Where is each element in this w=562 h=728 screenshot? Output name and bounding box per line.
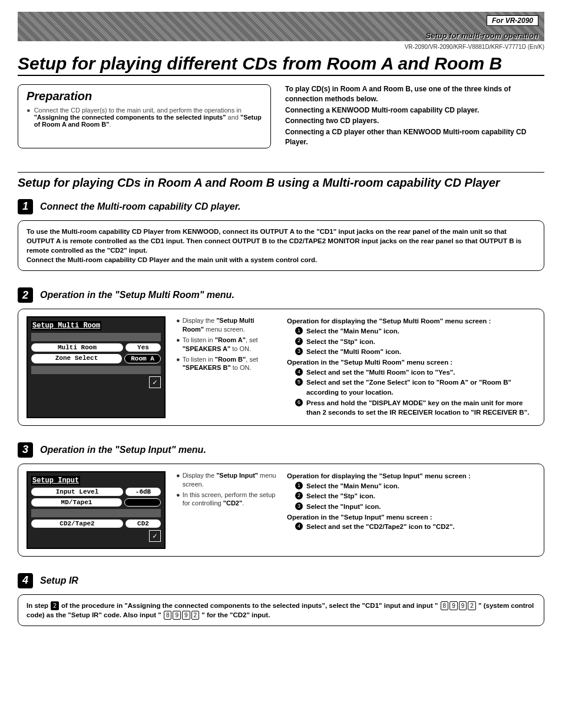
step3-block: Setup Input Input Level -6dB MD/Tape1 CD… — [18, 464, 544, 557]
step1-info-box: To use the Multi-room capability CD Play… — [18, 220, 544, 271]
step2-operations: Operation for displaying the "Setup Mult… — [287, 316, 535, 418]
bullet-icon: ● — [27, 107, 31, 128]
step-number-3: 3 — [18, 442, 33, 458]
keycap-icon: 8 — [441, 601, 449, 610]
osd-zone-select-value: Room A — [124, 354, 161, 363]
step-title-4: Setup IR — [40, 575, 78, 586]
intro-text: To play CD(s) in Room A and Room B, use … — [285, 84, 544, 148]
keycap-icon: 9 — [182, 611, 190, 620]
step3-mid-notes: ●Display the "Setup Input" menu screen. … — [176, 471, 276, 549]
step-title-1: Connect the Multi-room capability CD pla… — [40, 201, 241, 212]
model-badge: For VR-2090 — [487, 15, 538, 26]
osd-input-level-label: Input Level — [31, 488, 123, 496]
keycap-icon: 2 — [468, 601, 476, 610]
step-number-1: 1 — [18, 199, 33, 214]
keycap-icon: 8 — [164, 611, 172, 620]
osd-mdtape1-label: MD/Tape1 — [31, 498, 122, 507]
step-number-4: 4 — [18, 573, 33, 588]
sub-title: Setup for playing CDs in Room A and Room… — [18, 172, 544, 190]
osd-screen-multi-room: Setup Multi Room Multi Room Yes Zone Sel… — [27, 316, 166, 418]
keycap-icon: 9 — [173, 611, 181, 620]
osd-cd2tape2-value: CD2 — [125, 519, 161, 528]
osd-cd2tape2-label: CD2/Tape2 — [31, 519, 123, 528]
keycap-icon: 9 — [449, 601, 458, 610]
step2-block: Setup Multi Room Multi Room Yes Zone Sel… — [18, 309, 544, 426]
header-strip: For VR-2090 Setup for multi-room operati… — [18, 12, 544, 41]
step-title-2: Operation in the "Setup Multi Room" menu… — [40, 290, 234, 300]
osd-input-level-value: -6dB — [125, 488, 161, 496]
check-icon: ✓ — [149, 376, 161, 388]
preparation-heading: Preparation — [27, 90, 262, 103]
step3-operations: Operation for displaying the "Setup Inpu… — [287, 471, 535, 549]
preparation-box: Preparation ● Connect the CD player(s) t… — [18, 84, 271, 148]
step-number-2: 2 — [18, 287, 33, 303]
step-title-3: Operation in the "Setup Input" menu. — [40, 445, 206, 455]
osd-mdtape1-value — [124, 498, 161, 507]
osd-zone-select-label: Zone Select — [31, 354, 122, 363]
osd-screen-setup-input: Setup Input Input Level -6dB MD/Tape1 CD… — [27, 471, 166, 549]
osd-multi-room-label: Multi Room — [31, 343, 123, 352]
check-icon: ✓ — [149, 530, 161, 542]
keycap-icon: 2 — [191, 611, 200, 620]
model-line: VR-2090/VR-2090/KRF-V8881D/KRF-V7771D (E… — [18, 44, 544, 50]
page-title: Setup for playing different CDs from Roo… — [18, 54, 544, 76]
step2-mid-notes: ●Display the "Setup Multi Room" menu scr… — [176, 316, 276, 418]
step4-info-box: In step 2 of the procedure in "Assigning… — [18, 594, 544, 626]
header-subtitle: Setup for multi-room operation — [426, 31, 538, 40]
preparation-text: Connect the CD player(s) to the main uni… — [34, 107, 262, 128]
keycap-icon: 9 — [459, 601, 467, 610]
osd-multi-room-value: Yes — [125, 343, 161, 352]
